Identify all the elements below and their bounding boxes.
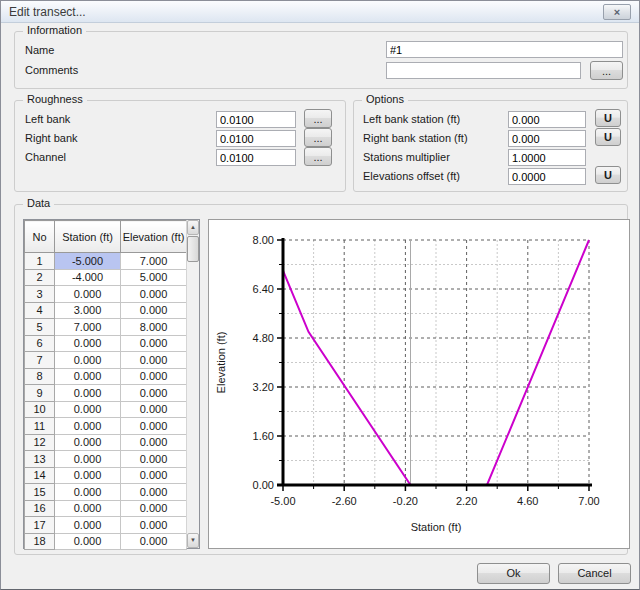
y-tick-label: 8.00: [253, 234, 274, 246]
left-bank-station-input[interactable]: [508, 111, 586, 128]
row-number-cell: 2: [25, 269, 55, 286]
station-cell[interactable]: -5.000: [55, 253, 121, 270]
table-row: 140.0000.000: [25, 467, 187, 484]
table-row: 130.0000.000: [25, 451, 187, 468]
elevation-cell[interactable]: 8.000: [121, 319, 187, 336]
station-cell[interactable]: 0.000: [55, 500, 121, 517]
elevation-cell[interactable]: 0.000: [121, 352, 187, 369]
station-cell[interactable]: 0.000: [55, 533, 121, 550]
y-axis-label: Elevation (ft): [215, 332, 227, 394]
row-number-cell: 14: [25, 467, 55, 484]
title-bar[interactable]: Edit transect... ×: [1, 1, 639, 23]
elevation-cell[interactable]: 0.000: [121, 434, 187, 451]
comments-input[interactable]: [386, 62, 581, 79]
station-cell[interactable]: 3.000: [55, 302, 121, 319]
elevation-cell[interactable]: 0.000: [121, 500, 187, 517]
right-bank-input[interactable]: [216, 130, 296, 147]
elevation-cell[interactable]: 0.000: [121, 368, 187, 385]
table-row: 30.0000.000: [25, 286, 187, 303]
left-bank-browse-button[interactable]: ...: [304, 109, 332, 128]
chart-panel: -5.00-2.60-0.202.204.607.000.001.603.204…: [208, 219, 630, 549]
close-icon[interactable]: ×: [603, 4, 631, 20]
station-cell[interactable]: 0.000: [55, 451, 121, 468]
elevation-cell[interactable]: 0.000: [121, 533, 187, 550]
table-row: 60.0000.000: [25, 335, 187, 352]
elevation-cell[interactable]: 0.000: [121, 302, 187, 319]
data-group-label: Data: [23, 197, 54, 209]
table-row: 43.0000.000: [25, 302, 187, 319]
station-cell[interactable]: 0.000: [55, 434, 121, 451]
ok-button[interactable]: Ok: [477, 563, 550, 584]
station-cell[interactable]: 0.000: [55, 467, 121, 484]
x-tick-label: 2.20: [456, 495, 477, 507]
scrollbar-thumb[interactable]: [187, 236, 199, 262]
y-tick-label: 3.20: [253, 381, 274, 393]
transect-data-table: No Station (ft) Elevation (ft) 1-5.0007.…: [23, 219, 200, 549]
channel-input[interactable]: [216, 149, 296, 166]
elevation-cell[interactable]: 0.000: [121, 451, 187, 468]
left-bank-station-units-button[interactable]: U: [595, 109, 621, 127]
channel-label: Channel: [25, 151, 66, 163]
col-header-no: No: [25, 221, 55, 253]
name-label: Name: [25, 44, 54, 56]
x-tick-label: -2.60: [332, 495, 357, 507]
elevation-cell[interactable]: 0.000: [121, 517, 187, 534]
row-number-cell: 12: [25, 434, 55, 451]
elevation-cell[interactable]: 0.000: [121, 286, 187, 303]
table-row: 2-4.0005.000: [25, 269, 187, 286]
station-cell[interactable]: 0.000: [55, 418, 121, 435]
station-cell[interactable]: 0.000: [55, 352, 121, 369]
channel-browse-button[interactable]: ...: [304, 147, 332, 166]
station-cell[interactable]: 0.000: [55, 286, 121, 303]
station-cell[interactable]: -4.000: [55, 269, 121, 286]
elevation-cell[interactable]: 0.000: [121, 401, 187, 418]
elevation-cell[interactable]: 7.000: [121, 253, 187, 270]
elevation-cell[interactable]: 0.000: [121, 484, 187, 501]
table-row: 110.0000.000: [25, 418, 187, 435]
right-bank-station-units-button[interactable]: U: [595, 128, 621, 146]
x-tick-label: 7.00: [578, 495, 599, 507]
scroll-down-icon[interactable]: ▼: [187, 533, 199, 548]
station-cell[interactable]: 0.000: [55, 385, 121, 402]
table-row: 80.0000.000: [25, 368, 187, 385]
left-bank-input[interactable]: [216, 111, 296, 128]
table-row: 90.0000.000: [25, 385, 187, 402]
right-bank-station-input[interactable]: [508, 130, 586, 147]
x-tick-label: 4.60: [517, 495, 538, 507]
station-cell[interactable]: 0.000: [55, 484, 121, 501]
col-header-elevation: Elevation (ft): [121, 221, 187, 253]
row-number-cell: 11: [25, 418, 55, 435]
right-bank-browse-button[interactable]: ...: [304, 128, 332, 147]
left-bank-station-label: Left bank station (ft): [363, 113, 460, 125]
table-header-row: No Station (ft) Elevation (ft): [25, 221, 187, 253]
name-input[interactable]: [386, 41, 623, 58]
y-tick-label: 4.80: [253, 332, 274, 344]
window-title: Edit transect...: [9, 5, 86, 19]
table-row: 120.0000.000: [25, 434, 187, 451]
station-cell[interactable]: 0.000: [55, 368, 121, 385]
elevation-cell[interactable]: 0.000: [121, 418, 187, 435]
comments-browse-button[interactable]: ...: [590, 61, 623, 80]
x-tick-label: -5.00: [270, 495, 295, 507]
station-cell[interactable]: 0.000: [55, 517, 121, 534]
table-row: 100.0000.000: [25, 401, 187, 418]
station-cell[interactable]: 0.000: [55, 335, 121, 352]
elevation-cell[interactable]: 5.000: [121, 269, 187, 286]
station-cell[interactable]: 7.000: [55, 319, 121, 336]
cancel-button[interactable]: Cancel: [558, 563, 631, 584]
row-number-cell: 18: [25, 533, 55, 550]
y-tick-label: 1.60: [253, 430, 274, 442]
elevations-offset-input[interactable]: [508, 168, 586, 185]
table-scrollbar[interactable]: ▲ ▼: [186, 220, 199, 548]
elevations-offset-units-button[interactable]: U: [595, 166, 621, 184]
row-number-cell: 17: [25, 517, 55, 534]
scroll-up-icon[interactable]: ▲: [187, 220, 199, 235]
stations-multiplier-input[interactable]: [508, 149, 586, 166]
table-row: 57.0008.000: [25, 319, 187, 336]
station-cell[interactable]: 0.000: [55, 401, 121, 418]
table-row: 180.0000.000: [25, 533, 187, 550]
elevation-cell[interactable]: 0.000: [121, 467, 187, 484]
elevation-cell[interactable]: 0.000: [121, 385, 187, 402]
right-bank-label: Right bank: [25, 132, 78, 144]
elevation-cell[interactable]: 0.000: [121, 335, 187, 352]
